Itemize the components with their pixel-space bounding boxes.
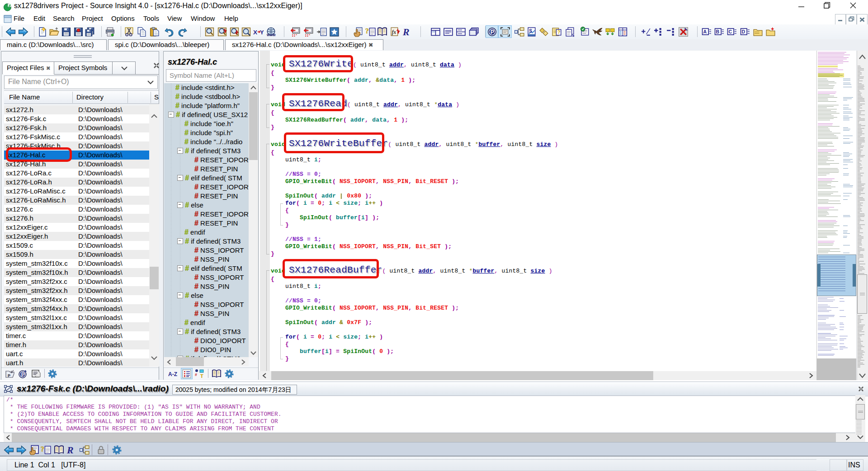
svg-text:B: B bbox=[716, 29, 720, 34]
svg-text:A: A bbox=[703, 29, 707, 34]
svg-text:C: C bbox=[729, 29, 732, 34]
svg-text:D: D bbox=[742, 29, 745, 34]
